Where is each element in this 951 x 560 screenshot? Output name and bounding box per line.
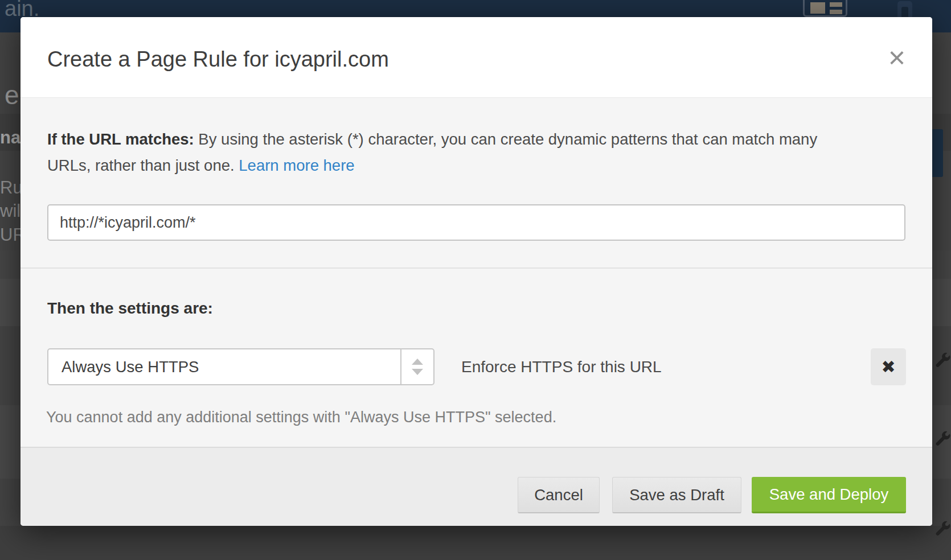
dialog-header: Create a Page Rule for icyapril.com × — [21, 17, 932, 98]
save-and-deploy-button[interactable]: Save and Deploy — [752, 477, 906, 513]
wrench-icon — [934, 520, 951, 537]
dialog-title: Create a Page Rule for icyapril.com — [47, 47, 389, 72]
create-page-rule-dialog: Create a Page Rule for icyapril.com × If… — [21, 17, 932, 526]
wrench-icon — [934, 352, 951, 369]
setting-select-value: Always Use HTTPS — [48, 349, 400, 384]
apps-grid-icon — [803, 0, 847, 17]
cancel-button[interactable]: Cancel — [518, 477, 600, 513]
wrench-icon — [934, 430, 951, 447]
setting-description: Enforce HTTPS for this URL — [461, 348, 662, 385]
dialog-footer: Cancel Save as Draft Save and Deploy — [21, 447, 932, 526]
settings-heading: Then the settings are: — [47, 299, 213, 318]
close-x-icon: ✖ — [881, 357, 895, 376]
section-divider — [21, 267, 932, 269]
url-pattern-input[interactable] — [47, 204, 905, 241]
close-icon[interactable]: × — [878, 39, 916, 76]
dimmed-button-fragment — [930, 129, 943, 177]
dimmed-text-fragment: Ru — [0, 178, 23, 198]
remove-setting-button[interactable]: ✖ — [871, 348, 906, 385]
dimmed-text-fragment: e — [5, 80, 19, 110]
screen: ain. e nav Ru will UR Create a Page Rule… — [0, 0, 951, 560]
save-as-draft-button[interactable]: Save as Draft — [612, 477, 741, 513]
url-match-lead: If the URL matches: — [47, 130, 194, 148]
learn-more-link[interactable]: Learn more here — [239, 157, 354, 174]
chevron-up-down-icon[interactable] — [400, 349, 433, 384]
setting-select[interactable]: Always Use HTTPS — [47, 348, 434, 385]
dim-row — [0, 526, 951, 560]
setting-note: You cannot add any additional settings w… — [46, 409, 556, 426]
url-match-description: If the URL matches: By using the asteris… — [47, 126, 845, 179]
